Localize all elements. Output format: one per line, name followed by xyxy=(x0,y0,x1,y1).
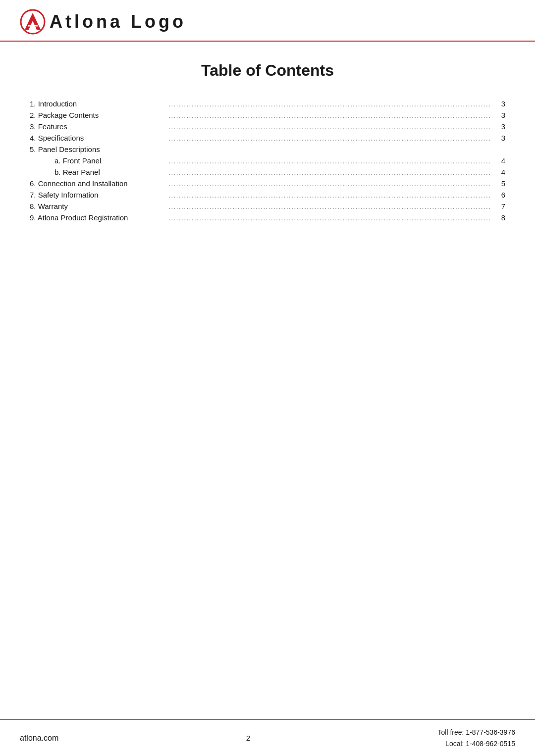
toc-label-7: 7. Safety Information xyxy=(30,191,168,199)
toc-label-4: 4. Specifications xyxy=(30,134,168,142)
footer-contact: Toll free: 1-877-536-3976 Local: 1-408-9… xyxy=(438,727,515,749)
toc-dots-1: ........................................… xyxy=(168,100,490,108)
toc-dots-7: ........................................… xyxy=(168,191,490,199)
toc-page-6: 5 xyxy=(490,179,505,188)
toc-item-8: 8. Warranty ............................… xyxy=(30,202,505,210)
toc-dots-6: ........................................… xyxy=(168,179,490,188)
svg-marker-1 xyxy=(25,13,41,30)
toc-dots-2: ........................................… xyxy=(168,111,490,119)
page-footer: atlona.com 2 Toll free: 1-877-536-3976 L… xyxy=(0,719,535,756)
main-content: Table of Contents 1. Introduction ......… xyxy=(0,42,535,719)
toc-item-3: 3. Features ............................… xyxy=(30,122,505,131)
page-header: Atlona Logo xyxy=(0,0,535,42)
toc-page-2: 3 xyxy=(490,111,505,119)
toc-label-5b: b. Rear Panel xyxy=(30,168,168,176)
toc-page-9: 8 xyxy=(490,213,505,222)
toc-page-3: 3 xyxy=(490,122,505,131)
toc-item-5b: b. Rear Panel ..........................… xyxy=(30,168,505,176)
toc-dots-3: ........................................… xyxy=(168,122,490,131)
toc-dots-9: ........................................… xyxy=(168,213,490,222)
atlona-logo-icon xyxy=(20,9,46,35)
toc-page-5b: 4 xyxy=(490,168,505,176)
toc-page-4: 3 xyxy=(490,134,505,142)
toc-dots-5a: ........................................… xyxy=(168,156,490,165)
toc-item-7: 7. Safety Information ..................… xyxy=(30,191,505,199)
toc-label-8: 8. Warranty xyxy=(30,202,168,210)
toc-label-1: 1. Introduction xyxy=(30,100,168,108)
logo-container: Atlona Logo xyxy=(20,9,186,35)
footer-page-number: 2 xyxy=(246,734,250,742)
toc-page-1: 3 xyxy=(490,100,505,108)
toc-item-4: 4. Specifications ......................… xyxy=(30,134,505,142)
toc-item-2: 2. Package Contents ....................… xyxy=(30,111,505,119)
toc-page-8: 7 xyxy=(490,202,505,210)
footer-toll-free: Toll free: 1-877-536-3976 xyxy=(438,727,515,738)
toc-item-5a: a. Front Panel .........................… xyxy=(30,156,505,165)
table-of-contents: 1. Introduction ........................… xyxy=(30,100,505,222)
toc-label-3: 3. Features xyxy=(30,122,168,131)
toc-dots-8: ........................................… xyxy=(168,202,490,210)
toc-label-9: 9. Atlona Product Registration xyxy=(30,213,168,222)
footer-website: atlona.com xyxy=(20,734,58,743)
toc-page-7: 6 xyxy=(490,191,505,199)
logo-text: Atlona Logo xyxy=(50,11,186,32)
toc-dots-4: ........................................… xyxy=(168,134,490,142)
toc-item-1: 1. Introduction ........................… xyxy=(30,100,505,108)
toc-label-2: 2. Package Contents xyxy=(30,111,168,119)
page-title: Table of Contents xyxy=(30,61,505,80)
toc-label-5a: a. Front Panel xyxy=(30,156,168,165)
toc-item-5: 5. Panel Descriptions xyxy=(30,145,505,153)
toc-label-6: 6. Connection and Installation xyxy=(30,179,168,188)
footer-local: Local: 1-408-962-0515 xyxy=(438,738,515,749)
toc-label-5: 5. Panel Descriptions xyxy=(30,145,168,153)
toc-item-9: 9. Atlona Product Registration .........… xyxy=(30,213,505,222)
toc-page-5a: 4 xyxy=(490,156,505,165)
toc-dots-5b: ........................................… xyxy=(168,168,490,176)
toc-item-6: 6. Connection and Installation .........… xyxy=(30,179,505,188)
